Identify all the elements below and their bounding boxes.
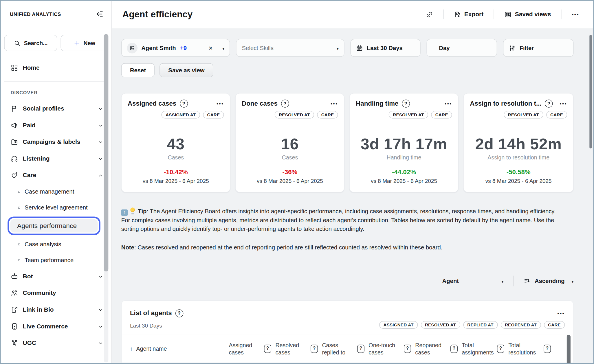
kpi-cards-row: Assigned casesASSIGNED ATCARE43Cases-10.… [121,93,574,192]
metric-badge: CARE [203,111,224,118]
save-as-view-button[interactable]: Save as view [160,63,213,77]
saved-views-button[interactable]: Saved views [504,11,551,18]
new-label: New [84,40,95,46]
sidebar-item-agents-performance-selected[interactable]: Agents performance [8,217,100,235]
sidebar-item-ugc[interactable]: UGC [1,335,111,352]
sort-field-dropdown[interactable]: Agent [442,277,504,284]
sidebar-item-listening[interactable]: Listening [1,150,111,167]
sidebar-item-community[interactable]: Community [1,285,111,302]
kpi-value: 3d 17h 17m [356,135,452,153]
sort-separator [514,276,514,286]
skills-placeholder: Select Skills [242,45,274,52]
panel-subtitle: Last 30 Days [130,323,162,329]
kpi-comparison: vs 8 Mar 2025 - 6 Apr 2025 [242,178,338,184]
sort-field-value: Agent [442,277,459,284]
livecommerce-icon [11,323,18,330]
filter-chip[interactable]: Filter [503,39,573,57]
granularity-chip[interactable]: Day [426,39,497,57]
column-header-one-touch-cases[interactable]: One-touch cases [368,341,415,356]
share-link-icon[interactable] [426,11,433,18]
card-badges: ASSIGNED ATCARE [128,111,224,118]
help-icon[interactable] [264,344,271,353]
home-grid-icon [11,64,18,71]
agent-filter-extra-count: +9 [180,45,187,52]
sidebar-item-care[interactable]: Care [1,167,111,184]
card-title: Assigned cases [128,100,176,107]
collapse-sidebar-icon[interactable] [96,10,104,18]
sidebar-item-label: Case management [25,188,74,195]
sidebar-item-link-in-bio[interactable]: Link in Bio [1,302,111,318]
sidebar-item-paid[interactable]: Paid [1,117,111,134]
search-icon [14,40,21,47]
sidebar-item-case-analysis[interactable]: Case analysis [1,236,111,252]
help-icon[interactable] [175,309,183,317]
new-button[interactable]: New [60,35,108,51]
column-header-reopened-cases[interactable]: Reopened cases [415,341,462,356]
search-button[interactable]: Search... [4,35,57,51]
card-menu-icon[interactable] [217,101,224,106]
help-icon[interactable] [544,344,551,353]
kpi-card-handling-time: Handling timeRESOLVED ATCARE3d 17h 17mHa… [349,93,459,192]
reset-button[interactable]: Reset [121,63,155,77]
sidebar-item-service-level-agreement[interactable]: Service level agreement [1,200,111,216]
help-icon[interactable] [404,344,411,353]
help-icon[interactable] [180,100,188,107]
column-header-total-resolutions[interactable]: Total resolutions [508,341,555,356]
panel-menu-icon[interactable] [558,310,565,316]
filter-label: Filter [520,45,534,52]
clear-agent-filter-icon[interactable] [208,45,213,52]
sidebar-scrollbar-thumb[interactable] [104,34,109,272]
megaphone-icon [11,122,18,129]
kpi-card-assigned-cases: Assigned casesASSIGNED ATCARE43Cases-10.… [121,93,230,192]
sidebar-item-team-performance[interactable]: Team performance [1,252,111,268]
help-icon[interactable] [281,100,289,107]
ugc-icon [11,339,18,347]
header-separator [494,10,494,19]
column-header-resolved-cases[interactable]: Resolved cases [275,341,322,356]
sidebar-item-label: Case analysis [25,241,61,248]
column-label: Reopened cases [415,341,447,356]
column-header-agent-name[interactable]: Agent name [130,345,229,352]
bullet-icon [18,243,20,245]
help-icon[interactable] [497,344,504,353]
help-icon[interactable] [545,100,553,107]
help-icon[interactable] [357,344,364,353]
page-scrollbar-thumb[interactable] [589,35,592,148]
metric-badge: RESOLVED AT [275,111,314,118]
sidebar-item-social-profiles[interactable]: Social profiles [1,100,111,117]
sidebar-item-campaigns-labels[interactable]: Campaigns & labels [1,134,111,150]
column-header-assigned-cases[interactable]: Assigned cases [229,341,275,356]
sidebar-item-live-commerce[interactable]: Live Commerce [1,318,111,335]
column-header-total-assignments[interactable]: Total assignments [462,341,508,356]
sort-direction-dropdown[interactable]: Ascending [524,277,573,285]
date-range-chip[interactable]: Last 30 Days [350,39,420,57]
kpi-value: 2d 14h 52m [470,135,567,153]
sidebar-item-label: Campaigns & labels [23,139,80,146]
sidebar-item-label: UGC [23,340,36,347]
export-label: Export [464,11,483,18]
kpi-comparison: vs 8 Mar 2025 - 6 Apr 2025 [128,178,224,184]
card-title: Done cases [242,100,278,107]
sidebar-item-bot[interactable]: Bot [1,268,111,285]
skills-filter-chip[interactable]: Select Skills [236,39,344,57]
chevron-down-icon[interactable] [222,45,224,52]
bullet-icon [18,191,20,193]
sidebar-item-case-management[interactable]: Case management [1,184,111,200]
table-scrollbar-thumb[interactable] [567,335,571,363]
agent-filter-chip[interactable]: Agent Smith +9 [121,39,230,57]
sidebar-item-label: Service level agreement [25,204,88,211]
kpi-comparison: vs 8 Mar 2025 - 6 Apr 2025 [470,178,567,184]
help-icon[interactable] [450,344,458,353]
more-options-icon[interactable] [572,12,579,17]
sidebar-item-label: Live Commerce [23,323,68,330]
chevron-down-icon [98,156,103,161]
card-menu-icon[interactable] [331,101,338,106]
card-menu-icon[interactable] [445,101,452,106]
help-icon[interactable] [311,344,318,353]
kpi-value: 16 [242,135,338,153]
export-button[interactable]: Export [454,11,483,18]
card-menu-icon[interactable] [560,101,567,106]
column-header-cases-replied-to[interactable]: Cases replied to [322,341,368,356]
sidebar-item-home[interactable]: Home [1,59,111,76]
help-icon[interactable] [402,100,410,107]
